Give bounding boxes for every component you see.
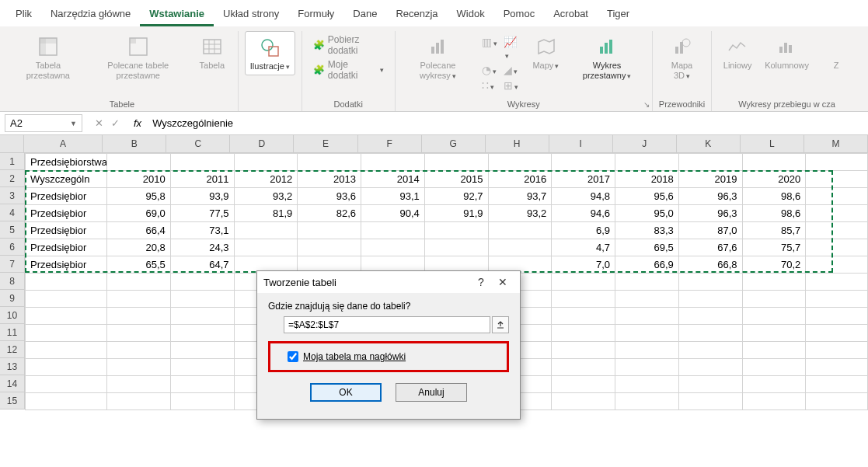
cell[interactable] bbox=[615, 325, 679, 342]
cell[interactable] bbox=[552, 359, 615, 376]
cell[interactable]: 87,0 bbox=[678, 222, 742, 239]
cell[interactable]: 70,2 bbox=[742, 256, 806, 274]
cell[interactable] bbox=[806, 325, 868, 342]
cell[interactable]: Przedsiębiorstwa posiadające dostęp do i… bbox=[26, 154, 107, 171]
cell[interactable] bbox=[678, 393, 742, 410]
cell[interactable] bbox=[424, 222, 488, 239]
sparkline-winloss-button[interactable]: Z bbox=[817, 31, 856, 74]
table-button[interactable]: Tabela bbox=[193, 31, 232, 74]
cell[interactable] bbox=[26, 376, 107, 393]
cell[interactable] bbox=[615, 291, 679, 308]
menu-tab-formuły[interactable]: Formuły bbox=[288, 3, 343, 26]
pivot-table-button[interactable]: Tabela przestawna bbox=[12, 31, 84, 84]
cell[interactable] bbox=[806, 154, 868, 171]
cell[interactable] bbox=[170, 274, 234, 291]
cell[interactable] bbox=[488, 239, 552, 256]
cell[interactable]: 93,2 bbox=[234, 188, 298, 205]
cell[interactable]: 93,9 bbox=[170, 188, 234, 205]
cell[interactable]: 66,4 bbox=[107, 222, 171, 239]
cell[interactable] bbox=[615, 154, 679, 171]
cell[interactable]: 93,1 bbox=[361, 188, 425, 205]
cell[interactable] bbox=[361, 222, 425, 239]
cell[interactable]: 91,9 bbox=[424, 205, 488, 222]
cell[interactable] bbox=[361, 239, 425, 256]
cell[interactable]: Przedsiębior bbox=[26, 188, 107, 205]
row-header[interactable]: 12 bbox=[0, 341, 25, 358]
cell[interactable] bbox=[678, 274, 742, 291]
cancel-button[interactable]: Anuluj bbox=[396, 383, 467, 402]
cell[interactable] bbox=[298, 239, 361, 256]
cell[interactable]: 64,7 bbox=[170, 256, 234, 274]
menu-tab-acrobat[interactable]: Acrobat bbox=[544, 3, 598, 26]
cell[interactable]: 6,9 bbox=[552, 222, 615, 239]
row-header[interactable]: 8 bbox=[0, 273, 25, 290]
cancel-formula-icon[interactable]: ✕ bbox=[95, 117, 103, 129]
chart-type-area-icon[interactable]: ◢ bbox=[504, 64, 518, 76]
cell[interactable] bbox=[615, 342, 679, 359]
cell[interactable]: 4,7 bbox=[552, 239, 615, 256]
cell[interactable] bbox=[552, 154, 615, 171]
headers-checkbox-row[interactable]: Moja tabela ma nagłówki bbox=[284, 348, 499, 365]
cell[interactable] bbox=[107, 308, 171, 325]
cell[interactable] bbox=[552, 291, 615, 308]
row-header[interactable]: 1 bbox=[0, 153, 25, 170]
chart-type-line-icon[interactable]: 📈 bbox=[504, 36, 518, 61]
chart-type-scatter-icon[interactable]: ∷ bbox=[482, 79, 497, 92]
cell[interactable] bbox=[170, 325, 234, 342]
row-header[interactable]: 4 bbox=[0, 204, 25, 221]
pivot-chart-button[interactable]: Wykres przestawny bbox=[568, 31, 645, 84]
cell[interactable] bbox=[552, 342, 615, 359]
cell[interactable]: 2017 bbox=[552, 171, 615, 188]
cell[interactable] bbox=[488, 222, 552, 239]
row-header[interactable]: 5 bbox=[0, 221, 25, 239]
cell[interactable]: 2010 bbox=[107, 171, 171, 188]
cell[interactable] bbox=[26, 291, 107, 308]
chevron-down-icon[interactable]: ▼ bbox=[70, 120, 77, 127]
column-header[interactable]: B bbox=[103, 135, 166, 152]
cell[interactable]: 73,1 bbox=[170, 222, 234, 239]
cell[interactable] bbox=[742, 325, 806, 342]
cell[interactable] bbox=[806, 274, 868, 291]
cell[interactable] bbox=[107, 154, 171, 171]
cell[interactable] bbox=[107, 342, 171, 359]
cell[interactable]: 2014 bbox=[361, 171, 425, 188]
cell[interactable] bbox=[488, 154, 552, 171]
cell[interactable] bbox=[742, 376, 806, 393]
cell[interactable]: 93,7 bbox=[488, 188, 552, 205]
cell[interactable]: Przedsiębior bbox=[26, 239, 107, 256]
cell[interactable] bbox=[234, 154, 298, 171]
cell[interactable]: 96,3 bbox=[678, 188, 742, 205]
cell[interactable] bbox=[234, 239, 298, 256]
cell[interactable]: Wyszczególn bbox=[26, 171, 107, 188]
cell[interactable]: 65,5 bbox=[107, 256, 171, 274]
cell[interactable] bbox=[424, 239, 488, 256]
cell[interactable]: 90,4 bbox=[361, 205, 425, 222]
cell[interactable] bbox=[170, 359, 234, 376]
cell[interactable]: 85,7 bbox=[742, 222, 806, 239]
cell[interactable]: 94,8 bbox=[552, 188, 615, 205]
cell[interactable]: 69,0 bbox=[107, 205, 171, 222]
select-all-corner[interactable] bbox=[0, 135, 24, 152]
menu-tab-tiger[interactable]: Tiger bbox=[598, 3, 639, 26]
cell[interactable]: 2015 bbox=[424, 171, 488, 188]
cell[interactable] bbox=[678, 291, 742, 308]
cell[interactable] bbox=[615, 274, 679, 291]
name-box[interactable]: A2 ▼ bbox=[5, 114, 82, 132]
my-addins-button[interactable]: 🧩Moje dodatki bbox=[313, 59, 384, 81]
cell[interactable] bbox=[615, 393, 679, 410]
column-header[interactable]: K bbox=[677, 135, 741, 152]
cell[interactable]: 20,8 bbox=[107, 239, 171, 256]
sparkline-line-button[interactable]: Liniowy bbox=[718, 31, 757, 74]
cell[interactable] bbox=[26, 342, 107, 359]
chart-type-bar-icon[interactable]: ▥ bbox=[482, 36, 497, 61]
cell[interactable]: 67,6 bbox=[678, 239, 742, 256]
cell[interactable] bbox=[806, 171, 868, 188]
cell[interactable] bbox=[552, 376, 615, 393]
cell[interactable] bbox=[552, 393, 615, 410]
menu-tab-recenzja[interactable]: Recenzja bbox=[386, 3, 447, 26]
row-header[interactable]: 3 bbox=[0, 187, 25, 204]
cell[interactable] bbox=[742, 308, 806, 325]
cell[interactable]: 95,0 bbox=[615, 205, 679, 222]
cell[interactable]: 92,7 bbox=[424, 188, 488, 205]
cell[interactable] bbox=[107, 325, 171, 342]
